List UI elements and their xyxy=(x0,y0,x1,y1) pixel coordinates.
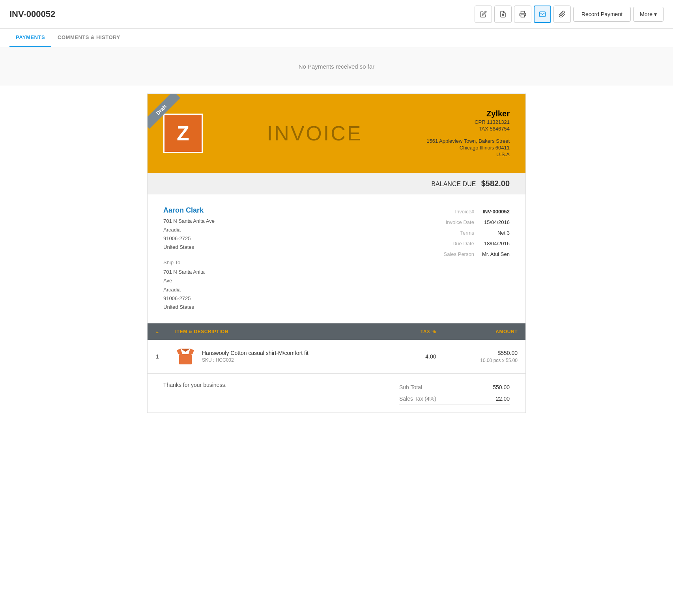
email-button[interactable] xyxy=(534,6,551,23)
invoice-no-label: Invoice# xyxy=(444,206,482,217)
row-num: 1 xyxy=(148,340,167,373)
terms-label: Terms xyxy=(444,228,482,238)
due-date-value: 18/04/2016 xyxy=(482,238,510,249)
tax-row: Sales Tax (4%) 22.00 xyxy=(399,393,510,405)
ship-address3: Arcadia xyxy=(163,286,383,294)
row-tax: 4.00 xyxy=(396,340,444,373)
print-icon xyxy=(519,11,526,18)
company-cpr: CPR 11321321 xyxy=(426,119,510,125)
bill-to-section: Aaron Clark 701 N Santa Anita Ave Arcadi… xyxy=(163,206,383,312)
svg-marker-4 xyxy=(177,349,182,354)
payments-empty-message: No Payments received so far xyxy=(299,63,375,70)
due-date-label: Due Date xyxy=(444,238,482,249)
invoice-date-label: Invoice Date xyxy=(444,217,482,228)
company-tax: TAX 5646754 xyxy=(426,126,510,132)
draft-label: Draft xyxy=(148,94,180,129)
totals-section: Sub Total 550.00 Sales Tax (4%) 22.00 xyxy=(399,382,510,405)
ship-address1: 701 N Santa Anita xyxy=(163,268,383,276)
email-icon xyxy=(539,11,546,18)
draft-ribbon: Draft xyxy=(148,94,187,133)
table-row: 1 xyxy=(148,340,525,373)
toolbar: Record Payment More ▾ xyxy=(475,6,664,23)
col-tax: TAX % xyxy=(396,323,444,340)
svg-rect-3 xyxy=(179,354,192,364)
company-address2: Chicago Illinois 60411 xyxy=(426,145,510,151)
invoice-body: Aaron Clark 701 N Santa Anita Ave Arcadi… xyxy=(148,194,525,323)
company-address3: U.S.A xyxy=(426,151,510,157)
subtotal-label: Sub Total xyxy=(399,384,422,390)
company-address1: 1561 Appleview Town, Bakers Street xyxy=(426,138,510,144)
page-header: INV-000052 xyxy=(0,0,673,29)
invoice-footer: Thanks for your business. Sub Total 550.… xyxy=(148,373,525,413)
tax-value: 22.00 xyxy=(496,396,510,402)
col-num: # xyxy=(148,323,167,340)
pdf-button[interactable] xyxy=(494,6,512,23)
col-amount: AMOUNT xyxy=(444,323,525,340)
payments-empty-state: No Payments received so far xyxy=(0,47,673,86)
client-name: Aaron Clark xyxy=(163,206,383,215)
tabs-bar: PAYMENTS COMMENTS & HISTORY xyxy=(0,29,673,47)
row-qty-detail: 10.00 pcs x 55.00 xyxy=(452,358,518,363)
tab-comments[interactable]: COMMENTS & HISTORY xyxy=(51,29,127,47)
row-item-cell: Hanswooly Cotton casual shirt-M/comfort … xyxy=(167,340,396,373)
invoice-date-value: 15/04/2016 xyxy=(482,217,510,228)
invoice-document: Draft Z INVOICE Zylker CPR 11321321 TAX … xyxy=(147,93,526,413)
edit-button[interactable] xyxy=(475,6,492,23)
attach-button[interactable] xyxy=(553,6,571,23)
client-address2: Arcadia xyxy=(163,226,383,234)
company-info: Zylker CPR 11321321 TAX 5646754 1561 App… xyxy=(426,109,510,157)
tax-label: Sales Tax (4%) xyxy=(399,396,436,402)
company-name: Zylker xyxy=(426,109,510,118)
subtotal-value: 550.00 xyxy=(493,384,510,390)
svg-rect-2 xyxy=(521,15,524,17)
client-address4: United States xyxy=(163,243,383,252)
attach-icon xyxy=(559,11,566,18)
chevron-down-icon: ▾ xyxy=(654,11,657,17)
edit-icon xyxy=(480,11,487,18)
balance-due-label: BALANCE DUE xyxy=(431,181,476,187)
ship-address2: Ave xyxy=(163,276,383,285)
invoice-details-section: Invoice# INV-000052 Invoice Date 15/04/2… xyxy=(383,206,510,312)
subtotal-row: Sub Total 550.00 xyxy=(399,382,510,393)
shirt-image xyxy=(175,346,196,367)
row-amount: $550.00 10.00 pcs x 55.00 xyxy=(444,340,525,373)
tab-payments[interactable]: PAYMENTS xyxy=(9,29,51,47)
ship-address4: 91006-2725 xyxy=(163,294,383,303)
table-header: # ITEM & DESCRIPTION TAX % AMOUNT xyxy=(148,323,525,340)
client-address1: 701 N Santa Anita Ave xyxy=(163,217,383,226)
sales-person-label: Sales Person xyxy=(444,249,482,259)
svg-marker-5 xyxy=(189,349,194,354)
print-button[interactable] xyxy=(514,6,531,23)
invoice-no-value: INV-000052 xyxy=(482,206,510,217)
invoice-banner: Draft Z INVOICE Zylker CPR 11321321 TAX … xyxy=(148,94,525,173)
col-item: ITEM & DESCRIPTION xyxy=(167,323,396,340)
balance-due-amount: $582.00 xyxy=(481,179,510,188)
item-name: Hanswooly Cotton casual shirt-M/comfort … xyxy=(202,350,308,356)
item-image xyxy=(175,346,196,367)
line-items-table: # ITEM & DESCRIPTION TAX % AMOUNT 1 xyxy=(148,323,525,373)
record-payment-button[interactable]: Record Payment xyxy=(573,7,631,22)
terms-value: Net 3 xyxy=(482,228,510,238)
balance-due-bar: BALANCE DUE $582.00 xyxy=(148,173,525,194)
invoice-details-table: Invoice# INV-000052 Invoice Date 15/04/2… xyxy=(444,206,510,259)
pdf-icon xyxy=(499,11,507,18)
item-sku: SKU : HCC002 xyxy=(202,357,308,363)
more-button[interactable]: More ▾ xyxy=(633,7,664,22)
client-address3: 91006-2725 xyxy=(163,234,383,243)
ship-to-label: Ship To xyxy=(163,259,383,265)
thanks-message: Thanks for your business. xyxy=(163,382,226,388)
ship-address5: United States xyxy=(163,303,383,312)
invoice-title: INVOICE xyxy=(203,121,426,145)
invoice-id: INV-000052 xyxy=(9,9,55,19)
sales-person-value: Mr. Atul Sen xyxy=(482,249,510,259)
